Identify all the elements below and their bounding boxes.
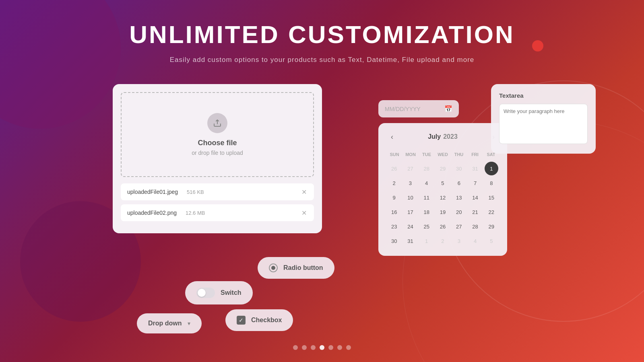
switch-toggle[interactable] bbox=[196, 288, 215, 298]
calendar-day-0-6[interactable]: 1 bbox=[485, 162, 498, 175]
pagination-dot-4[interactable] bbox=[328, 345, 333, 350]
dropdown-arrow-icon: ▾ bbox=[188, 320, 190, 327]
calendar-day-4-0[interactable]: 23 bbox=[387, 220, 401, 233]
file-info-1: uploadedFile01.jpeg 516 KB bbox=[127, 189, 204, 195]
calendar-day-4-5[interactable]: 28 bbox=[469, 220, 482, 233]
calendar-day-5-1[interactable]: 31 bbox=[403, 234, 417, 248]
radio-widget[interactable]: Radio button bbox=[258, 257, 334, 279]
calendar-day-5-6[interactable]: 5 bbox=[485, 234, 498, 248]
drop-zone-sub: or drop file to upload bbox=[130, 150, 305, 156]
switch-widget[interactable]: Switch bbox=[185, 281, 253, 304]
calendar-month-year: July 2023 bbox=[428, 133, 458, 140]
date-input[interactable]: MM/DD/YYYY 📅 bbox=[378, 100, 459, 117]
calendar-day-4-3[interactable]: 26 bbox=[436, 220, 450, 233]
file-item-2: uploadedFile02.png 12.6 MB ✕ bbox=[121, 204, 314, 221]
calendar-day-4-1[interactable]: 24 bbox=[403, 220, 417, 233]
pagination-dot-1[interactable] bbox=[302, 345, 307, 350]
dropdown-label: Drop down bbox=[148, 320, 182, 327]
dropdown-widget[interactable]: Drop down ▾ bbox=[137, 313, 202, 333]
file-name-2: uploadedFile02.png bbox=[127, 210, 177, 216]
calendar-header: ‹ July 2023 › bbox=[386, 131, 499, 142]
calendar-day-1-4[interactable]: 6 bbox=[452, 176, 466, 190]
radio-circle[interactable] bbox=[269, 263, 278, 272]
accent-circle bbox=[532, 40, 543, 51]
calendar-day-4-4[interactable]: 27 bbox=[452, 220, 466, 233]
file-info-2: uploadedFile02.png 12.6 MB bbox=[127, 210, 205, 216]
textarea-widget: Textarea bbox=[491, 84, 596, 154]
calendar-day-3-4[interactable]: 20 bbox=[452, 205, 466, 219]
file-remove-2[interactable]: ✕ bbox=[300, 209, 308, 216]
day-label-fri: FRI bbox=[467, 150, 483, 158]
calendar-day-1-0[interactable]: 2 bbox=[387, 176, 401, 190]
calendar-day-2-2[interactable]: 11 bbox=[420, 191, 433, 204]
day-label-thu: THU bbox=[451, 150, 467, 158]
textarea-input[interactable] bbox=[499, 104, 588, 144]
file-item-1: uploadedFile01.jpeg 516 KB ✕ bbox=[121, 183, 314, 200]
textarea-card: Textarea bbox=[491, 84, 596, 154]
day-label-sun: SUN bbox=[386, 150, 402, 158]
day-label-tue: TUE bbox=[419, 150, 435, 158]
calendar-day-3-5[interactable]: 21 bbox=[469, 205, 482, 219]
calendar-day-0-2[interactable]: 28 bbox=[420, 162, 433, 175]
radio-label: Radio button bbox=[283, 264, 323, 272]
calendar-day-1-3[interactable]: 5 bbox=[436, 176, 450, 190]
pagination-dot-5[interactable] bbox=[337, 345, 342, 350]
switch-label: Switch bbox=[221, 289, 242, 296]
calendar-day-0-1[interactable]: 27 bbox=[403, 162, 417, 175]
calendar-day-1-1[interactable]: 3 bbox=[403, 176, 417, 190]
calendar-day-4-6[interactable]: 29 bbox=[485, 220, 498, 233]
pagination-dot-2[interactable] bbox=[311, 345, 316, 350]
calendar-day-5-5[interactable]: 4 bbox=[469, 234, 482, 248]
calendar-month: July bbox=[428, 133, 441, 140]
calendar-day-3-2[interactable]: 18 bbox=[420, 205, 433, 219]
page-subtitle: Easily add custom options to your produc… bbox=[170, 56, 475, 64]
calendar-day-5-0[interactable]: 30 bbox=[387, 234, 401, 248]
upload-icon bbox=[207, 113, 227, 133]
calendar-day-2-6[interactable]: 15 bbox=[485, 191, 498, 204]
day-label-mon: MON bbox=[402, 150, 419, 158]
calendar-day-0-5[interactable]: 31 bbox=[469, 162, 482, 175]
calendar-prev-button[interactable]: ‹ bbox=[386, 131, 398, 142]
file-remove-1[interactable]: ✕ bbox=[300, 188, 308, 195]
calendar-day-5-2[interactable]: 1 bbox=[420, 234, 433, 248]
calendar-widget: MM/DD/YYYY 📅 ‹ July 2023 › SUN MON TUE W… bbox=[378, 100, 507, 256]
pagination-dot-3[interactable] bbox=[320, 345, 324, 350]
calendar-day-1-2[interactable]: 4 bbox=[420, 176, 433, 190]
calendar-day-1-6[interactable]: 8 bbox=[485, 176, 498, 190]
calendar-day-3-3[interactable]: 19 bbox=[436, 205, 450, 219]
calendar-day-2-0[interactable]: 9 bbox=[387, 191, 401, 204]
file-name-1: uploadedFile01.jpeg bbox=[127, 189, 178, 195]
drop-zone[interactable]: Choose file or drop file to upload bbox=[121, 92, 314, 177]
calendar-day-3-0[interactable]: 16 bbox=[387, 205, 401, 219]
calendar-day-2-1[interactable]: 10 bbox=[403, 191, 417, 204]
calendar-day-5-4[interactable]: 3 bbox=[452, 234, 466, 248]
pagination-dots bbox=[293, 345, 351, 350]
calendar-day-4-2[interactable]: 25 bbox=[420, 220, 433, 233]
file-upload-widget: Choose file or drop file to upload uploa… bbox=[113, 84, 322, 233]
checkbox-widget[interactable]: ✓ Checkbox bbox=[225, 309, 293, 331]
calendar-day-0-4[interactable]: 30 bbox=[452, 162, 466, 175]
calendar-days-header: SUN MON TUE WED THU FRI SAT bbox=[386, 150, 499, 158]
widgets-area: Choose file or drop file to upload uploa… bbox=[40, 84, 604, 333]
radio-inner bbox=[271, 266, 275, 270]
pagination-dot-6[interactable] bbox=[346, 345, 351, 350]
page-title: UNLIMITED CUSTOMIZATION bbox=[129, 20, 515, 49]
checkbox-box[interactable]: ✓ bbox=[237, 316, 246, 325]
calendar-day-2-3[interactable]: 12 bbox=[436, 191, 450, 204]
calendar-day-3-1[interactable]: 17 bbox=[403, 205, 417, 219]
calendar-day-2-5[interactable]: 14 bbox=[469, 191, 482, 204]
pagination-dot-0[interactable] bbox=[293, 345, 298, 350]
calendar-day-2-4[interactable]: 13 bbox=[452, 191, 466, 204]
calendar-year: 2023 bbox=[443, 133, 458, 140]
calendar-day-1-5[interactable]: 7 bbox=[469, 176, 482, 190]
calendar-day-3-6[interactable]: 22 bbox=[485, 205, 498, 219]
calendar-grid: 2627282930311234567891011121314151617181… bbox=[386, 162, 499, 248]
calendar-card: ‹ July 2023 › SUN MON TUE WED THU FRI SA… bbox=[378, 123, 507, 256]
calendar-icon: 📅 bbox=[444, 105, 452, 113]
calendar-day-0-0[interactable]: 26 bbox=[387, 162, 401, 175]
textarea-title: Textarea bbox=[499, 92, 588, 99]
calendar-day-0-3[interactable]: 29 bbox=[436, 162, 450, 175]
checkbox-label: Checkbox bbox=[251, 317, 282, 324]
calendar-day-5-3[interactable]: 2 bbox=[436, 234, 450, 248]
file-size-2: 12.6 MB bbox=[186, 210, 205, 216]
